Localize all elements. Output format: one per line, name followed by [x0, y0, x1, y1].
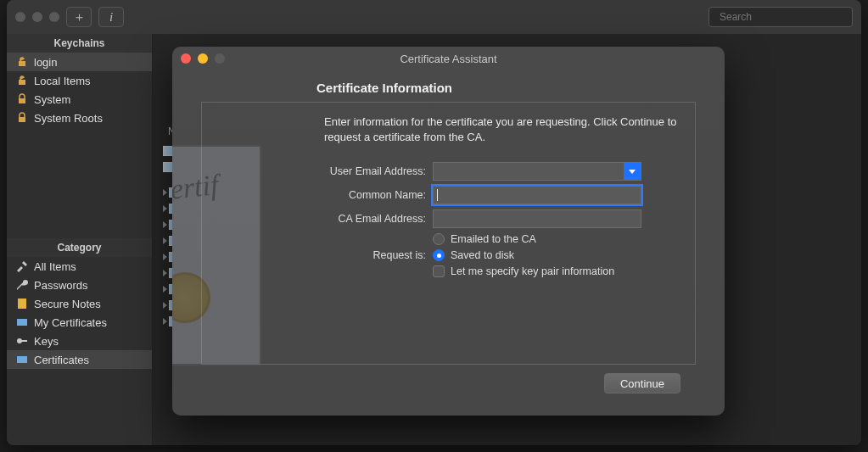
note-icon: [15, 297, 29, 310]
sidebar-item-system[interactable]: System: [7, 90, 152, 109]
radio-icon[interactable]: [433, 233, 445, 245]
dialog-title: Certificate Assistant: [400, 53, 496, 65]
svg-rect-2: [19, 98, 25, 103]
ca-email-input[interactable]: [437, 213, 637, 225]
svg-rect-7: [21, 340, 27, 342]
keychains-list: login Local Items System: [7, 53, 152, 127]
common-name-field[interactable]: [433, 186, 641, 204]
seal-icon: [172, 272, 210, 323]
checkbox-label: Let me specify key pair information: [451, 265, 614, 277]
sidebar-item-all-items[interactable]: All Items: [7, 257, 152, 276]
zoom-icon[interactable]: [215, 53, 225, 64]
sidebar-item-label: Passwords: [34, 279, 88, 292]
key-icon: [15, 278, 29, 292]
chevron-down-icon[interactable]: [624, 163, 641, 180]
form-grid: User Email Address: Common Name: CA Emai…: [324, 162, 678, 277]
sidebar-item-label: Secure Notes: [34, 298, 101, 310]
svg-rect-8: [17, 356, 27, 363]
dialog-heading: Certificate Information: [316, 81, 696, 95]
close-icon[interactable]: [181, 53, 191, 64]
certificate-assistant-dialog: Certificate Assistant Certificate Inform…: [172, 47, 725, 416]
dialog-titlebar: Certificate Assistant: [172, 47, 725, 70]
ca-email-label: CA Email Address:: [324, 213, 426, 225]
common-name-input[interactable]: [438, 189, 637, 201]
unlocked-padlock-icon: [15, 74, 29, 87]
form-inner: Enter information for the certificate yo…: [324, 114, 678, 352]
radio-saved[interactable]: Saved to disk: [433, 249, 678, 261]
ca-email-field[interactable]: [433, 209, 641, 228]
minimize-icon[interactable]: [198, 53, 208, 64]
svg-rect-5: [17, 319, 27, 326]
radio-emailed[interactable]: Emailed to the CA: [433, 233, 678, 245]
sidebar-item-label: Local Items: [34, 75, 90, 87]
sidebar: Keychains login Local Items: [7, 34, 153, 445]
sidebar-item-login[interactable]: login: [7, 53, 152, 71]
key-icon: [15, 334, 29, 348]
search-input[interactable]: [720, 11, 847, 23]
sidebar-item-local-items[interactable]: Local Items: [7, 71, 152, 90]
certificate-script-text: Certif: [172, 169, 220, 208]
sidebar-item-secure-notes[interactable]: Secure Notes: [7, 294, 152, 313]
keychains-header: Keychains: [7, 34, 152, 53]
sidebar-item-my-certificates[interactable]: My Certificates: [7, 313, 152, 332]
chevron-right-icon: [163, 318, 167, 325]
sidebar-item-label: System: [34, 93, 70, 106]
common-name-label: Common Name:: [324, 189, 426, 201]
dialog-window-controls: [181, 53, 225, 64]
category-list: All Items Passwords Secure Notes My Cert…: [7, 257, 152, 369]
chevron-right-icon: [163, 221, 167, 228]
request-is-options: Emailed to the CA Saved to disk Let me s…: [433, 233, 678, 277]
unlocked-padlock-icon: [15, 55, 29, 69]
continue-button[interactable]: Continue: [604, 373, 680, 393]
chevron-right-icon: [163, 205, 167, 212]
dialog-content: Certificate Information Certif Enter inf…: [172, 70, 725, 416]
request-is-label: Request is:: [324, 249, 426, 261]
checkbox-icon[interactable]: [433, 265, 445, 277]
user-email-label: User Email Address:: [324, 165, 426, 177]
chevron-right-icon: [163, 189, 167, 196]
search-icon: [714, 12, 715, 22]
form-panel: Certif Enter information for the certifi…: [201, 102, 696, 365]
radio-label: Saved to disk: [451, 249, 514, 261]
cert-icon: [15, 353, 29, 366]
sidebar-item-label: Certificates: [34, 354, 89, 366]
sidebar-item-passwords[interactable]: Passwords: [7, 276, 152, 294]
user-email-input[interactable]: [437, 165, 637, 178]
chevron-right-icon: [163, 237, 167, 244]
sidebar-item-label: login: [34, 56, 57, 69]
category-header: Category: [7, 238, 152, 257]
chevron-right-icon: [163, 270, 167, 276]
radio-icon[interactable]: [433, 249, 445, 261]
minimize-icon[interactable]: [32, 12, 42, 22]
main-titlebar: ＋ i: [7, 0, 861, 34]
locked-padlock-icon: [15, 92, 29, 106]
chevron-right-icon: [163, 254, 167, 260]
sidebar-item-label: Keys: [34, 335, 59, 348]
window-controls: [15, 12, 59, 22]
instructions-text: Enter information for the certificate yo…: [324, 114, 678, 145]
sidebar-item-label: All Items: [34, 260, 76, 273]
sidebar-item-system-roots[interactable]: System Roots: [7, 109, 152, 127]
sidebar-item-label: My Certificates: [34, 316, 107, 329]
sidebar-item-keys[interactable]: Keys: [7, 332, 152, 350]
sidebar-item-certificates[interactable]: Certificates: [7, 350, 152, 369]
close-icon[interactable]: [15, 12, 25, 22]
search-field[interactable]: [708, 7, 853, 27]
svg-point-0: [714, 17, 715, 18]
chevron-right-icon: [163, 286, 167, 293]
sidebar-item-label: System Roots: [34, 112, 103, 125]
locked-padlock-icon: [15, 111, 29, 125]
cert-icon: [15, 315, 29, 329]
dialog-footer: Continue: [201, 365, 696, 405]
user-email-combo[interactable]: [433, 162, 641, 181]
certificate-illustration: Certif: [172, 145, 261, 366]
tools-icon: [15, 259, 29, 273]
add-button[interactable]: ＋: [66, 7, 92, 27]
svg-rect-3: [19, 117, 25, 122]
radio-label: Emailed to the CA: [451, 233, 536, 245]
zoom-icon[interactable]: [49, 12, 59, 22]
info-button[interactable]: i: [98, 7, 124, 27]
chevron-right-icon: [163, 302, 167, 309]
svg-rect-4: [18, 299, 26, 309]
keypair-checkbox-row[interactable]: Let me specify key pair information: [433, 265, 678, 277]
